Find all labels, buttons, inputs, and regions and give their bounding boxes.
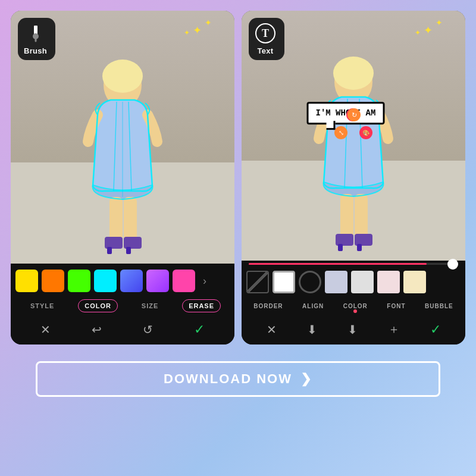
- size-button[interactable]: SIZE: [136, 300, 164, 312]
- border-button[interactable]: BORDER: [250, 300, 286, 312]
- right-close-icon[interactable]: ✕: [267, 322, 277, 337]
- sparkle-1: ✦: [193, 24, 202, 37]
- color-swatch-row: ›: [11, 264, 234, 296]
- swatch-pink-white[interactable]: [377, 271, 400, 293]
- svg-rect-7: [105, 237, 123, 249]
- download-label: DOWNLOAD NOW: [164, 371, 292, 387]
- download-now-button[interactable]: DOWNLOAD NOW ❯: [36, 361, 440, 397]
- download-section: DOWNLOAD NOW ❯: [0, 350, 476, 408]
- confirm-icon[interactable]: ✓: [194, 322, 205, 337]
- person-figure-right: [288, 35, 419, 261]
- svg-rect-21: [357, 244, 362, 251]
- swatch-green[interactable]: [68, 270, 90, 292]
- bubble-button[interactable]: BUBBLE: [421, 300, 457, 312]
- brush-icon: [25, 23, 46, 44]
- left-phone-card: Brush ✦ ✦ ✦: [11, 11, 234, 345]
- svg-rect-20: [338, 244, 343, 251]
- right-bottom-toolbar: BORDER ALIGN COLOR FONT BUBBLE ✕ ⬇ ⬇ ＋ ✓: [242, 261, 465, 345]
- progress-bar-fill: [249, 263, 427, 265]
- right-download2-icon[interactable]: ⬇: [347, 322, 358, 337]
- progress-bar-wrap: [242, 263, 465, 265]
- svg-rect-19: [355, 234, 372, 246]
- svg-rect-10: [126, 247, 131, 254]
- swatch-blue[interactable]: [120, 270, 143, 292]
- text-bubble[interactable]: I'M WHO I AM: [307, 102, 385, 125]
- brush-label: Brush: [24, 46, 47, 55]
- text-tool-badge[interactable]: T Text: [249, 18, 284, 60]
- sparkle-3: ✦: [184, 29, 190, 37]
- progress-bar-bg: [249, 263, 458, 265]
- swatch-orange[interactable]: [42, 270, 64, 292]
- text-icon: T: [255, 23, 276, 44]
- text-label: Text: [258, 46, 274, 55]
- color-dot-indicator: [353, 309, 357, 313]
- style-button[interactable]: STYLE: [24, 300, 60, 312]
- swatch-purple[interactable]: [146, 270, 169, 292]
- right-phone-card: T Text ✦ ✦ ✦: [242, 11, 465, 345]
- swatch-more[interactable]: ›: [199, 270, 211, 292]
- erase-button[interactable]: ERASE: [182, 299, 221, 312]
- swatch-cream[interactable]: [403, 271, 426, 293]
- svg-rect-9: [107, 247, 112, 254]
- swatch-blue-gray[interactable]: [325, 271, 347, 293]
- bubble-rotate-handle[interactable]: ↻: [347, 108, 361, 121]
- align-button[interactable]: ALIGN: [299, 300, 327, 312]
- swatch-light-gray[interactable]: [351, 271, 374, 293]
- redo-icon[interactable]: ↺: [143, 322, 153, 337]
- svg-point-4: [102, 60, 143, 93]
- sparkle-r1: ✦: [424, 24, 433, 37]
- swatch-yellow[interactable]: [15, 270, 38, 292]
- left-action-row: ✕ ↩ ↺ ✓: [11, 317, 234, 345]
- svg-point-15: [333, 57, 374, 90]
- close-icon[interactable]: ✕: [40, 322, 51, 337]
- right-color-swatch-row: [242, 265, 465, 297]
- right-confirm-icon[interactable]: ✓: [430, 322, 441, 337]
- left-bottom-toolbar: › STYLE COLOR SIZE ERASE ✕ ↩ ↺ ✓: [11, 264, 234, 345]
- right-tools-row: BORDER ALIGN COLOR FONT BUBBLE: [242, 297, 465, 317]
- svg-rect-8: [124, 237, 142, 249]
- undo-icon[interactable]: ↩: [92, 322, 102, 337]
- sparkle-r2: ✦: [436, 18, 443, 27]
- right-action-row: ✕ ⬇ ⬇ ＋ ✓: [242, 317, 465, 345]
- sparkle-2: ✦: [205, 18, 212, 27]
- color-button-wrap: COLOR: [340, 300, 371, 312]
- person-figure-left: [57, 37, 188, 264]
- swatch-pink[interactable]: [173, 270, 195, 292]
- download-arrow-icon: ❯: [300, 371, 312, 387]
- progress-knob[interactable]: [447, 259, 458, 270]
- bubble-scale-handle[interactable]: ⤡: [334, 126, 347, 139]
- color-button[interactable]: COLOR: [78, 299, 118, 312]
- swatch-black[interactable]: [299, 271, 321, 293]
- font-button[interactable]: FONT: [383, 300, 409, 312]
- bubble-color-handle[interactable]: 🎨: [359, 126, 372, 139]
- swatch-transparent[interactable]: [246, 271, 269, 293]
- swatch-cyan[interactable]: [94, 270, 117, 292]
- right-add-icon[interactable]: ＋: [388, 321, 400, 337]
- brush-tools-row: STYLE COLOR SIZE ERASE: [11, 296, 234, 317]
- swatch-white[interactable]: [273, 271, 295, 293]
- right-download-icon[interactable]: ⬇: [307, 322, 317, 337]
- brush-tool-badge[interactable]: Brush: [18, 18, 55, 60]
- svg-rect-18: [336, 234, 353, 246]
